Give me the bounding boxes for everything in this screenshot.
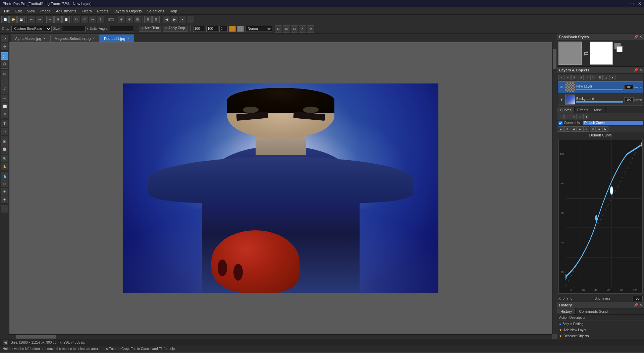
copy-btn[interactable]: ⎘ <box>54 16 62 23</box>
layer-opacity-input-bg[interactable] <box>624 97 634 102</box>
background-color-swatch[interactable] <box>590 42 613 65</box>
tab-football[interactable]: Football1.jpg ✕ <box>100 35 134 42</box>
height-input[interactable] <box>206 26 218 32</box>
canvas-scrollbar-horizontal[interactable] <box>9 334 552 339</box>
fore-back-pin[interactable]: 📌 <box>634 35 638 39</box>
rotate-cw-btn[interactable]: ↻ <box>73 16 80 23</box>
guides-btn[interactable]: ⊟ <box>152 16 160 23</box>
duplicate-layer-btn[interactable]: ⎘ <box>571 75 577 80</box>
crosshair-tool[interactable]: ✛ <box>1 43 8 50</box>
menu-help[interactable]: Help <box>167 8 180 14</box>
scroll-thumb-h[interactable] <box>16 335 56 339</box>
layer-visibility-new[interactable]: 👁 <box>559 84 564 90</box>
menu-adjustments[interactable]: Adjustments <box>53 8 79 14</box>
canvas-image-area[interactable] <box>9 42 552 334</box>
history-item-begun[interactable]: ● Begun Editing <box>557 321 644 327</box>
menu-view[interactable]: View <box>24 8 38 14</box>
flip-h-btn[interactable]: ⇔ <box>89 16 96 23</box>
gradient-tool[interactable]: ▣ <box>1 137 8 145</box>
tab-misc[interactable]: Misc. <box>591 107 606 113</box>
menu-edit[interactable]: Edit <box>13 8 24 14</box>
redo-btn[interactable]: ↪ <box>36 16 43 23</box>
dodge-tool[interactable]: ☀ <box>1 188 8 195</box>
tab-football-close[interactable]: ✕ <box>127 37 130 40</box>
brush-size-dec[interactable]: ◀ <box>163 16 170 23</box>
close-button[interactable]: ✕ <box>638 1 641 6</box>
curve-next-btn[interactable]: ▶ <box>577 126 583 132</box>
color-balance-tool[interactable]: ⚖ <box>1 180 8 187</box>
tab-curves[interactable]: Curves <box>557 107 575 113</box>
shape-tool[interactable]: ◇ <box>1 128 8 135</box>
lasso-tool[interactable]: 𝓁 <box>1 85 8 93</box>
tab-history[interactable]: History <box>557 308 576 314</box>
menu-image[interactable]: Image <box>38 8 53 14</box>
menu-file[interactable]: File <box>1 8 13 14</box>
zoom-tool[interactable]: 🔍 <box>1 155 8 162</box>
layers-pin[interactable]: 📌 <box>634 68 638 72</box>
pan-tool[interactable]: ✋ <box>1 163 8 170</box>
menu-filters[interactable]: Filters <box>79 8 94 14</box>
perspective-tool[interactable]: ⬡ <box>1 60 8 67</box>
brush-size-inc[interactable]: ▶ <box>171 16 178 23</box>
sharpen-tool[interactable]: ◈ <box>1 195 8 203</box>
football-canvas[interactable] <box>123 83 438 293</box>
merge-visible-btn[interactable]: ⬛ <box>590 75 596 80</box>
curve-edit-btn[interactable]: ✏ <box>583 126 589 132</box>
scroll-thumb-v[interactable] <box>553 49 556 69</box>
curves-list-checkbox[interactable] <box>558 121 562 125</box>
layer-up-btn[interactable]: ▲ <box>603 75 609 80</box>
minimize-button[interactable]: − <box>629 1 632 6</box>
tab-effects[interactable]: Effects <box>575 107 591 113</box>
apply-crop-btn[interactable]: ✓ Apply Crop <box>163 26 187 32</box>
curve-right-btn[interactable]: ▶ <box>602 126 608 132</box>
history-item-new-layer[interactable]: ★ Add New Layer <box>557 327 644 333</box>
tab-alphamasks-close[interactable]: ✕ <box>43 37 46 40</box>
selection-ellipse-tool[interactable]: ○ <box>1 77 8 85</box>
back-color-small[interactable] <box>237 26 244 32</box>
size-input[interactable] <box>62 26 86 32</box>
zoom-fit-btn[interactable]: ⊡ <box>134 16 141 23</box>
selection-rect-tool[interactable]: ▭ <box>1 70 8 77</box>
fill-tool[interactable]: ⬤ <box>1 145 8 153</box>
tool-option4[interactable]: ✕ <box>299 25 306 33</box>
curve-prev-btn[interactable]: ◀ <box>571 126 577 132</box>
status-arrow-left[interactable]: ◀ <box>3 340 8 345</box>
hardness-btn[interactable]: ● <box>179 16 186 23</box>
history-header[interactable]: History 📌 ✕ <box>557 302 644 308</box>
crop-select[interactable]: Custom Size/Ratio <box>11 26 52 32</box>
grid-btn[interactable]: ⊞ <box>144 16 152 23</box>
history-panel-close[interactable]: ✕ <box>639 303 642 307</box>
maximize-button[interactable]: □ <box>634 1 636 6</box>
clone-tool[interactable]: ⊕ <box>1 110 8 118</box>
tool-option3[interactable]: ⊟ <box>291 25 298 33</box>
tab-magnetic-close[interactable]: ✕ <box>93 37 95 40</box>
cut-btn[interactable]: ✂ <box>46 16 54 23</box>
curves-del-btn[interactable]: − <box>564 114 570 119</box>
swap-colors-button[interactable]: ⇄ <box>583 42 588 65</box>
fore-back-close[interactable]: ✕ <box>639 35 642 39</box>
default-curve-item[interactable]: Default Curve <box>583 121 643 125</box>
curve-left-btn[interactable]: ◀ <box>596 126 602 132</box>
curves-graph[interactable]: 100 80 60 40 20 0 20 40 60 80 100 <box>558 139 643 294</box>
blend-mode-select[interactable]: Normal Multiply Screen <box>245 26 272 32</box>
menu-effects[interactable]: Effects <box>94 8 111 14</box>
open-btn[interactable]: 📂 <box>9 16 17 23</box>
eraser-tool[interactable]: ⬜ <box>1 103 8 110</box>
canvas-scrollbar-vertical[interactable] <box>552 42 557 334</box>
crop-tool[interactable]: ⬚ <box>1 52 8 60</box>
angle-input[interactable] <box>110 26 133 32</box>
layer-row-new-layer[interactable]: 👁 New Layer Norma <box>558 81 643 93</box>
history-pin[interactable]: 📌 <box>634 303 638 307</box>
curves-dup-btn[interactable]: ⎘ <box>571 114 577 119</box>
curves-import-btn[interactable]: ⬆ <box>577 114 583 119</box>
menu-selections[interactable]: Selections <box>145 8 167 14</box>
brightness-input[interactable] <box>633 296 643 301</box>
flip-v-btn[interactable]: ⇕ <box>97 16 104 23</box>
back-swatch-small[interactable] <box>616 46 623 52</box>
history-item-deselect[interactable]: ★ Deselect Objects <box>557 333 644 339</box>
auto-trim-btn[interactable]: ✓ Auto Trim <box>139 26 161 32</box>
undo-btn[interactable]: ↩ <box>28 16 35 23</box>
curve-del-point-btn[interactable]: ✕ <box>590 126 596 132</box>
save-btn[interactable]: 💾 <box>17 16 25 23</box>
tab-alphamasks[interactable]: AlphaMasks.jpg ✕ <box>11 35 50 42</box>
